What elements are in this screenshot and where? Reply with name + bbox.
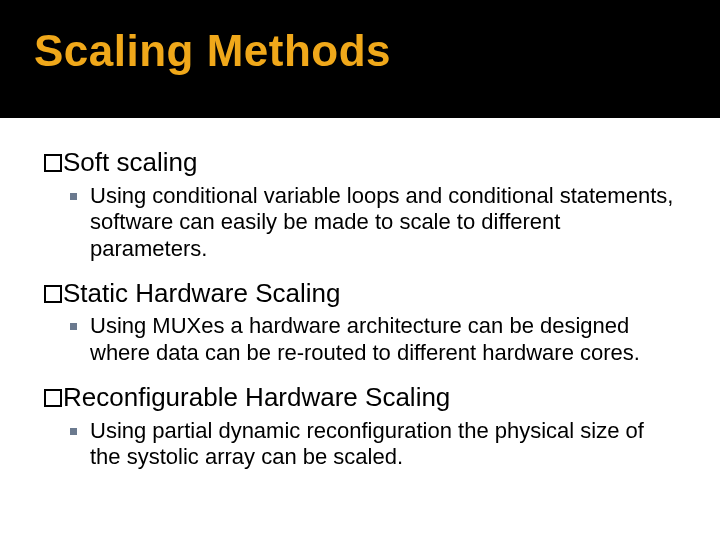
heading-text: Static Hardware Scaling <box>63 278 340 308</box>
square-bullet-icon <box>70 428 77 435</box>
slide-title: Scaling Methods <box>34 26 720 76</box>
section-heading-3: Reconfigurable Hardware Scaling <box>44 381 676 414</box>
title-band: Scaling Methods <box>0 0 720 118</box>
heading-text: Reconfigurable Hardware Scaling <box>63 382 450 412</box>
section-heading-2: Static Hardware Scaling <box>44 277 676 310</box>
section-body-1: Using conditional variable loops and con… <box>90 183 676 263</box>
checkbox-icon <box>44 285 62 303</box>
checkbox-icon <box>44 389 62 407</box>
body-text: Using conditional variable loops and con… <box>90 183 673 262</box>
checkbox-icon <box>44 154 62 172</box>
heading-text: Soft scaling <box>63 147 197 177</box>
section-body-2: Using MUXes a hardware architecture can … <box>90 313 676 367</box>
body-text: Using MUXes a hardware architecture can … <box>90 313 640 365</box>
section-body-3: Using partial dynamic reconfiguration th… <box>90 418 676 472</box>
square-bullet-icon <box>70 323 77 330</box>
slide: { "title": "Scaling Methods", "sections"… <box>0 0 720 540</box>
body-text: Using partial dynamic reconfiguration th… <box>90 418 644 470</box>
section-heading-1: Soft scaling <box>44 146 676 179</box>
slide-body: Soft scaling Using conditional variable … <box>0 118 720 471</box>
square-bullet-icon <box>70 193 77 200</box>
